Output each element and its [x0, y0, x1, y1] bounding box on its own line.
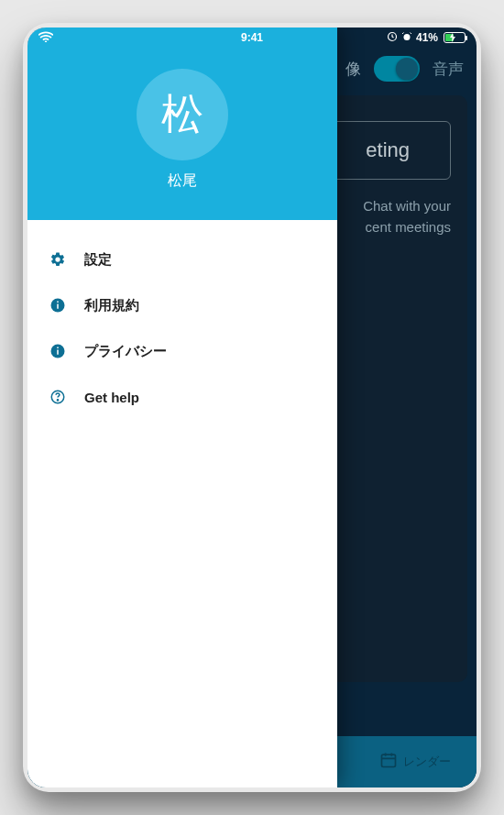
sidebar-item-label: プライバシー [84, 343, 167, 360]
gear-icon [48, 249, 68, 270]
avatar-initial: 松 [161, 86, 203, 143]
sync-icon [387, 31, 398, 45]
status-bar: 9:41 41% [27, 28, 477, 48]
side-drawer: 松 松尾 設定 利用規約 [27, 28, 337, 787]
drawer-header: 松 松尾 [27, 28, 337, 220]
battery-percent: 41% [416, 31, 438, 44]
svg-point-11 [57, 400, 58, 401]
sidebar-item-privacy[interactable]: プライバシー [27, 328, 337, 374]
username: 松尾 [168, 171, 197, 191]
sidebar-item-settings[interactable]: 設定 [27, 237, 337, 282]
sidebar-item-label: 利用規約 [84, 297, 139, 314]
wifi-icon [38, 31, 53, 45]
sidebar-item-help[interactable]: Get help [27, 374, 337, 420]
svg-point-13 [403, 34, 410, 40]
svg-rect-6 [57, 302, 59, 303]
avatar[interactable]: 松 [137, 69, 228, 160]
svg-rect-9 [57, 347, 59, 349]
alarm-icon [401, 31, 412, 45]
info-icon [48, 341, 68, 361]
sidebar-item-label: 設定 [84, 251, 112, 269]
svg-rect-5 [57, 304, 59, 309]
drawer-menu: 設定 利用規約 プライバシー [27, 220, 337, 420]
help-icon [48, 387, 68, 407]
battery-icon [444, 32, 466, 43]
info-icon [48, 295, 68, 315]
svg-rect-8 [57, 350, 59, 355]
sidebar-item-terms[interactable]: 利用規約 [27, 282, 337, 328]
sidebar-item-label: Get help [84, 390, 139, 405]
